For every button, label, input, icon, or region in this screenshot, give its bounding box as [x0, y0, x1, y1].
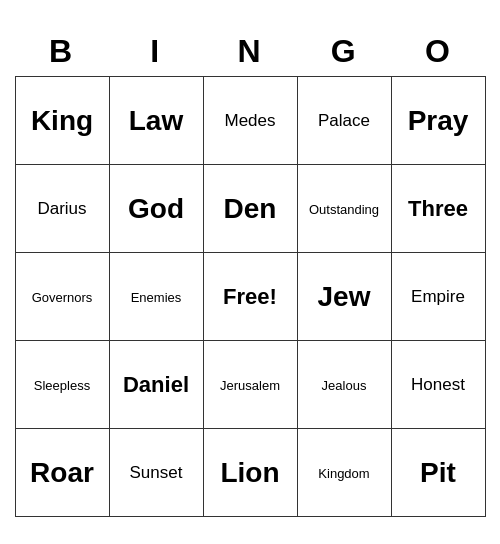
cell-text: Jew: [318, 281, 371, 312]
cell-text: Kingdom: [318, 466, 369, 481]
bingo-cell: Free!: [203, 253, 297, 341]
cell-text: Roar: [30, 457, 94, 488]
bingo-cell: Lion: [203, 429, 297, 517]
cell-text: Lion: [220, 457, 279, 488]
bingo-cell: Darius: [15, 165, 109, 253]
bingo-cell: Outstanding: [297, 165, 391, 253]
cell-text: Outstanding: [309, 202, 379, 217]
cell-text: Darius: [37, 199, 86, 218]
bingo-cell: Governors: [15, 253, 109, 341]
bingo-cell: Palace: [297, 77, 391, 165]
bingo-row: DariusGodDenOutstandingThree: [15, 165, 485, 253]
header-letter: I: [109, 27, 203, 76]
bingo-cell: Pray: [391, 77, 485, 165]
bingo-cell: God: [109, 165, 203, 253]
cell-text: Pit: [420, 457, 456, 488]
bingo-row: RoarSunsetLionKingdomPit: [15, 429, 485, 517]
bingo-cell: Empire: [391, 253, 485, 341]
bingo-cell: King: [15, 77, 109, 165]
cell-text: Three: [408, 196, 468, 221]
bingo-cell: Enemies: [109, 253, 203, 341]
bingo-grid: KingLawMedesPalacePrayDariusGodDenOutsta…: [15, 76, 486, 517]
cell-text: Jealous: [322, 378, 367, 393]
cell-text: Free!: [223, 284, 277, 309]
bingo-row: KingLawMedesPalacePray: [15, 77, 485, 165]
cell-text: Empire: [411, 287, 465, 306]
bingo-cell: Medes: [203, 77, 297, 165]
bingo-cell: Jew: [297, 253, 391, 341]
bingo-cell: Law: [109, 77, 203, 165]
bingo-cell: Kingdom: [297, 429, 391, 517]
cell-text: Law: [129, 105, 183, 136]
bingo-row: GovernorsEnemiesFree!JewEmpire: [15, 253, 485, 341]
header-letter: B: [15, 27, 109, 76]
cell-text: Palace: [318, 111, 370, 130]
cell-text: God: [128, 193, 184, 224]
cell-text: Jerusalem: [220, 378, 280, 393]
cell-text: Enemies: [131, 290, 182, 305]
cell-text: Pray: [408, 105, 469, 136]
bingo-cell: Three: [391, 165, 485, 253]
bingo-cell: Roar: [15, 429, 109, 517]
bingo-cell: Jerusalem: [203, 341, 297, 429]
bingo-cell: Jealous: [297, 341, 391, 429]
bingo-cell: Sunset: [109, 429, 203, 517]
bingo-row: SleeplessDanielJerusalemJealousHonest: [15, 341, 485, 429]
header-letter: O: [391, 27, 485, 76]
bingo-cell: Honest: [391, 341, 485, 429]
bingo-cell: Pit: [391, 429, 485, 517]
bingo-cell: Sleepless: [15, 341, 109, 429]
cell-text: Honest: [411, 375, 465, 394]
header-letter: N: [203, 27, 297, 76]
header-letter: G: [297, 27, 391, 76]
cell-text: Sleepless: [34, 378, 90, 393]
cell-text: Daniel: [123, 372, 189, 397]
bingo-cell: Daniel: [109, 341, 203, 429]
cell-text: King: [31, 105, 93, 136]
cell-text: Den: [224, 193, 277, 224]
cell-text: Governors: [32, 290, 93, 305]
cell-text: Medes: [224, 111, 275, 130]
bingo-cell: Den: [203, 165, 297, 253]
cell-text: Sunset: [130, 463, 183, 482]
bingo-header: BINGO: [15, 27, 486, 76]
